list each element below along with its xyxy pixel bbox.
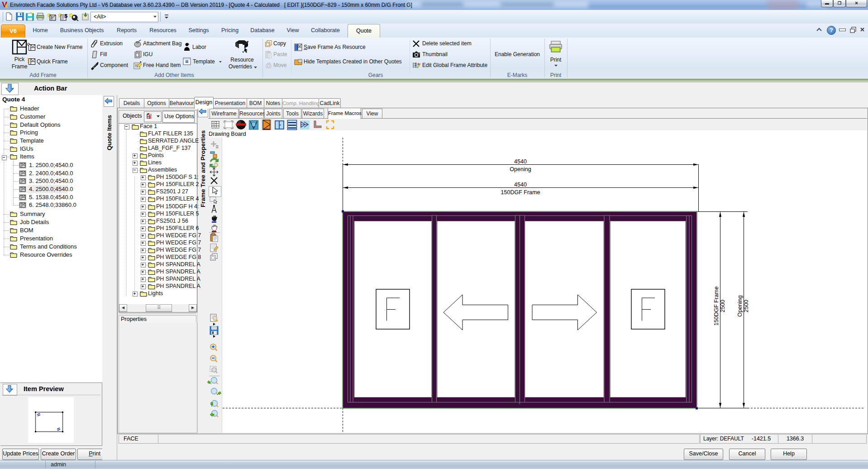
svg-text:2500: 2500: [720, 300, 726, 312]
svg-text:150DGF Frame: 150DGF Frame: [501, 189, 540, 196]
svg-text:4540: 4540: [514, 158, 527, 165]
svg-text:4540: 4540: [514, 182, 527, 188]
svg-text:$: $: [65, 13, 67, 19]
svg-text:T: T: [186, 60, 188, 63]
svg-text:Opening: Opening: [737, 295, 743, 316]
svg-text:6: 6: [5, 4, 8, 9]
svg-text:A: A: [417, 62, 420, 66]
svg-text:2500: 2500: [743, 300, 749, 312]
svg-text:150DGF Frame: 150DGF Frame: [713, 287, 720, 326]
svg-text:Opening: Opening: [510, 166, 531, 172]
